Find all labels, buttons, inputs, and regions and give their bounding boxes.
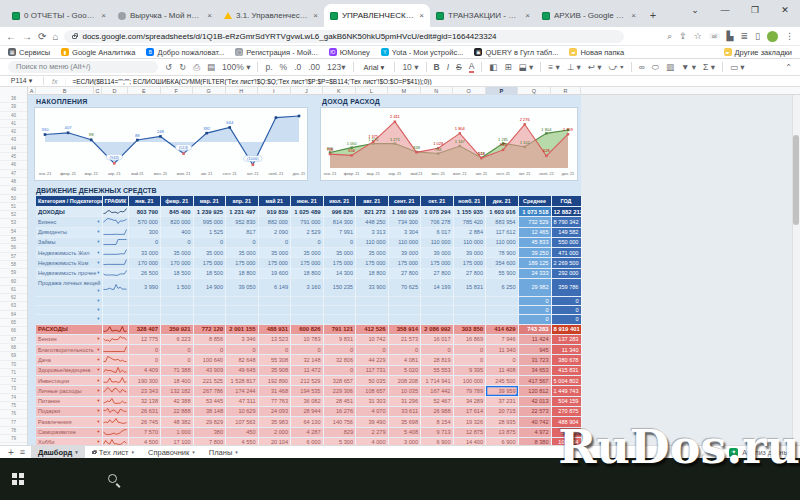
value-cell[interactable]: 18 800 bbox=[226, 268, 259, 278]
start-button[interactable] bbox=[12, 473, 24, 485]
category-cell[interactable]: Личные расходы▾ bbox=[36, 386, 102, 396]
category-cell[interactable]: Саморазвитие▾ bbox=[36, 427, 102, 437]
value-cell[interactable]: 0 bbox=[518, 296, 551, 305]
menu-search-input[interactable]: Поиск по меню (Alt+/) bbox=[8, 61, 158, 73]
value-cell[interactable]: 1 525 bbox=[193, 227, 226, 237]
value-cell[interactable]: 734 300 bbox=[388, 217, 421, 227]
value-cell[interactable]: 32 148 bbox=[291, 355, 324, 365]
value-cell[interactable]: 35 000 bbox=[291, 248, 324, 258]
value-cell[interactable]: 110 000 bbox=[453, 237, 486, 247]
formula-input[interactable]: =ЕСЛИ($B114="";""; ЕСЛИОШИБКА(СУММ(FILTE… bbox=[66, 78, 437, 85]
value-cell[interactable]: 10 783 bbox=[291, 334, 324, 344]
category-dropdown-icon[interactable]: ▾ bbox=[97, 387, 99, 395]
tab-search-chevron-icon[interactable]: ⌄ bbox=[680, 0, 710, 20]
bookmark-item[interactable]: ▦Сервисы bbox=[8, 48, 50, 57]
value-cell[interactable]: 47 311 bbox=[226, 396, 259, 406]
value-cell[interactable] bbox=[258, 305, 291, 314]
value-cell[interactable] bbox=[323, 315, 356, 324]
insert-link-button[interactable]: ∞ bbox=[639, 62, 645, 72]
category-cell[interactable]: РАСХОДЫ bbox=[36, 324, 102, 334]
close-tab-icon[interactable]: × bbox=[101, 11, 106, 20]
savings-chart[interactable]: 330янв. 21407февр. 2198мар. 21(943)апр. … bbox=[34, 107, 308, 181]
value-cell[interactable]: 0 bbox=[421, 345, 454, 355]
value-cell[interactable]: 35 000 bbox=[258, 248, 291, 258]
value-cell[interactable]: 0 bbox=[161, 237, 194, 247]
value-cell[interactable]: 132 182 bbox=[161, 386, 194, 396]
value-cell[interactable]: 52 467 bbox=[421, 396, 454, 406]
merge-cells-button[interactable]: ⬓ ▾ bbox=[519, 62, 534, 72]
column-header-K[interactable]: K bbox=[323, 87, 356, 95]
browser-tab[interactable]: УПРАВЛЕНЧЕСКИЙ ДА× bbox=[324, 4, 430, 27]
value-cell[interactable]: 35 983 bbox=[258, 417, 291, 427]
value-cell[interactable]: 31 296 bbox=[388, 396, 421, 406]
value-cell[interactable] bbox=[291, 315, 324, 324]
value-cell[interactable]: 2 090 bbox=[258, 227, 291, 237]
value-cell[interactable]: 8 919 401 bbox=[551, 324, 581, 334]
value-cell[interactable]: 150 235 bbox=[323, 279, 356, 297]
value-cell[interactable]: 415 831 bbox=[551, 365, 581, 375]
value-cell[interactable]: 359 921 bbox=[161, 324, 194, 334]
category-dropdown-icon[interactable]: ▾ bbox=[97, 377, 99, 385]
value-cell[interactable]: 175 000 bbox=[323, 258, 356, 268]
category-dropdown-icon[interactable]: ▾ bbox=[97, 249, 99, 257]
value-cell[interactable]: 570 000 bbox=[128, 217, 161, 227]
column-header-A[interactable]: A bbox=[28, 87, 36, 95]
value-cell[interactable]: 414 629 bbox=[486, 324, 519, 334]
column-header-N[interactable]: N bbox=[421, 87, 454, 95]
category-dropdown-icon[interactable]: ▾ bbox=[97, 218, 99, 226]
value-cell[interactable] bbox=[226, 296, 259, 305]
value-cell[interactable]: 0 bbox=[161, 345, 194, 355]
value-cell[interactable]: 175 000 bbox=[226, 258, 259, 268]
column-header-M[interactable]: M bbox=[388, 87, 421, 95]
value-cell[interactable]: 448 250 bbox=[356, 217, 389, 227]
value-cell[interactable]: 110 000 bbox=[388, 237, 421, 247]
category-dropdown-icon[interactable]: ▾ bbox=[97, 228, 99, 236]
value-cell[interactable]: 34 653 bbox=[518, 365, 551, 375]
value-cell[interactable]: 175 000 bbox=[193, 258, 226, 268]
value-cell[interactable]: 945 bbox=[518, 345, 551, 355]
row-number-gutter[interactable]: 3839404142434445464748495051525354555657… bbox=[0, 95, 28, 445]
decrease-decimal-button[interactable]: .0 bbox=[294, 62, 301, 72]
value-cell[interactable]: 78 900 bbox=[486, 248, 519, 258]
value-cell[interactable]: 1 160 029 bbox=[388, 207, 421, 217]
horizontal-align-button[interactable]: ≡ ▾ bbox=[548, 62, 560, 72]
category-cell[interactable]: Дивиденты▾ bbox=[36, 227, 102, 237]
taskbar-search-icon[interactable] bbox=[108, 474, 117, 483]
value-cell[interactable]: 1 603 916 bbox=[486, 207, 519, 217]
value-cell[interactable] bbox=[421, 296, 454, 305]
value-cell[interactable]: 1 078 294 bbox=[421, 207, 454, 217]
value-cell[interactable]: 28 944 bbox=[291, 406, 324, 416]
value-cell[interactable]: 2 000 bbox=[258, 427, 291, 437]
value-cell[interactable]: 359 786 bbox=[551, 279, 581, 297]
value-cell[interactable] bbox=[356, 296, 389, 305]
close-tab-icon[interactable]: × bbox=[419, 11, 424, 20]
value-cell[interactable]: 221 525 bbox=[193, 376, 226, 386]
maximize-button[interactable]: ❐ bbox=[740, 0, 770, 20]
value-cell[interactable]: 354 600 bbox=[486, 258, 519, 268]
value-cell[interactable]: 600 826 bbox=[291, 324, 324, 334]
value-cell[interactable]: 12 775 bbox=[128, 334, 161, 344]
value-cell[interactable]: 952 830 bbox=[226, 217, 259, 227]
value-cell[interactable]: 175 000 bbox=[258, 258, 291, 268]
value-cell[interactable]: 8 790 342 bbox=[551, 217, 581, 227]
value-cell[interactable]: 82 648 bbox=[226, 355, 259, 365]
category-cell[interactable]: Развлечения▾ bbox=[36, 417, 102, 427]
value-cell[interactable]: 14 199 bbox=[421, 279, 454, 297]
value-cell[interactable]: 400 bbox=[161, 227, 194, 237]
value-cell[interactable]: 0 bbox=[128, 355, 161, 365]
value-cell[interactable]: 5 020 bbox=[388, 365, 421, 375]
reading-list-icon[interactable]: ≣ bbox=[741, 31, 749, 41]
share-icon[interactable]: ⇪ bbox=[679, 31, 687, 41]
value-cell[interactable] bbox=[486, 305, 519, 314]
value-cell[interactable]: 212 529 bbox=[291, 376, 324, 386]
category-cell[interactable]: Недвижимость прочее▾ bbox=[36, 268, 102, 278]
zoom-icon[interactable]: ⌕ bbox=[667, 31, 672, 42]
value-cell[interactable]: 33 900 bbox=[356, 279, 389, 297]
value-cell[interactable]: 34 289 bbox=[453, 396, 486, 406]
value-cell[interactable]: 817 bbox=[226, 227, 259, 237]
value-cell[interactable]: 882 000 bbox=[258, 217, 291, 227]
category-cell[interactable]: Благотворительность▾ bbox=[36, 345, 102, 355]
value-cell[interactable]: 883 954 bbox=[486, 217, 519, 227]
value-cell[interactable]: 120 812 bbox=[518, 386, 551, 396]
close-button[interactable]: ✕ bbox=[770, 0, 800, 20]
